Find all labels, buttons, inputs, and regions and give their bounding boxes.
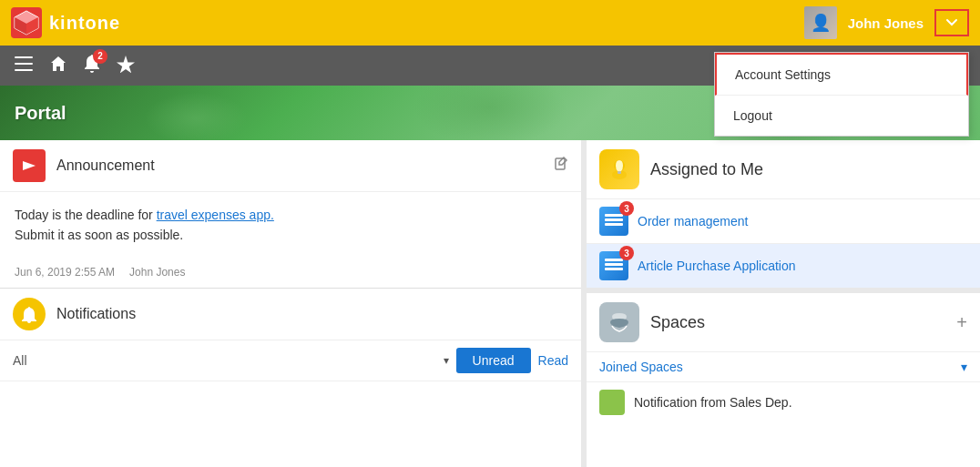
assigned-item-0-icon: 3 [599, 207, 628, 236]
user-menu-toggle[interactable] [934, 9, 969, 36]
home-icon[interactable] [49, 55, 67, 77]
joined-spaces-chevron-icon: ▾ [961, 360, 967, 374]
filter-all-option[interactable]: All [13, 353, 436, 368]
announcement-icon [13, 149, 46, 182]
assigned-icon [599, 149, 639, 189]
announcement-text: Today is the deadline for travel expense… [15, 205, 567, 225]
announcement-author: John Jones [129, 266, 185, 279]
svg-rect-7 [15, 69, 33, 71]
spaces-header: Spaces + [587, 293, 980, 352]
notifications-filter-bar: All ▾ Unread Read [0, 340, 581, 381]
kintone-logo-icon [11, 7, 42, 38]
assigned-header: Assigned to Me [587, 140, 980, 198]
chevron-down-icon [945, 16, 958, 29]
account-settings-item[interactable]: Account Settings [715, 53, 968, 96]
filter-unread-button[interactable]: Unread [456, 348, 531, 373]
header: kintone 👤 John Jones Account Settings Lo… [0, 0, 980, 46]
announcement-header: Announcement [0, 140, 581, 192]
user-dropdown-menu: Account Settings Logout [714, 52, 969, 137]
announcement-text-prefix: Today is the deadline for [15, 208, 157, 222]
joined-spaces-label: Joined Spaces [599, 360, 961, 374]
notifications-section: Notifications All ▾ Unread Read [0, 289, 581, 467]
assigned-item-0-badge: 3 [619, 201, 634, 216]
svg-rect-17 [605, 218, 623, 221]
logo-text: kintone [49, 13, 120, 34]
announcement-body: Today is the deadline for travel expense… [0, 192, 581, 259]
announcement-meta: Jun 6, 2019 2:55 AM John Jones [0, 259, 581, 288]
notification-count-badge: 2 [93, 49, 107, 64]
space-item-0-icon [599, 390, 625, 415]
svg-marker-10 [23, 161, 36, 170]
logout-item[interactable]: Logout [715, 96, 968, 136]
filter-read-button[interactable]: Read [538, 353, 568, 368]
avatar-image: 👤 [804, 6, 837, 39]
left-panel: Announcement Today is the deadline for t… [0, 140, 581, 467]
hamburger-menu-icon[interactable] [15, 56, 33, 76]
spaces-title: Spaces [650, 313, 956, 332]
user-name-label: John Jones [837, 15, 934, 31]
assigned-item-1-badge: 3 [619, 246, 634, 260]
user-area: 👤 John Jones Account Settings Logout [804, 6, 969, 39]
svg-rect-18 [605, 223, 623, 226]
svg-rect-6 [15, 63, 33, 65]
right-panel: Assigned to Me 3 Order management [581, 140, 980, 467]
assigned-title: Assigned to Me [650, 160, 763, 179]
notifications-header: Notifications [0, 289, 581, 340]
assigned-item-0[interactable]: 3 Order management [587, 198, 980, 243]
portal-title: Portal [15, 103, 66, 124]
assigned-item-0-label: Order management [638, 214, 748, 228]
spaces-icon [599, 302, 639, 342]
assigned-item-1-label: Article Purchase Application [638, 259, 796, 273]
announcement-title: Announcement [56, 157, 554, 174]
star-icon[interactable] [117, 55, 135, 77]
main-content: Announcement Today is the deadline for t… [0, 140, 980, 467]
assigned-to-me-section: Assigned to Me 3 Order management [587, 140, 980, 288]
announcement-date: Jun 6, 2019 2:55 AM [15, 266, 115, 279]
notifications-icon [13, 298, 46, 330]
space-item-0-label: Notification from Sales Dep. [634, 395, 792, 410]
announcement-section: Announcement Today is the deadline for t… [0, 140, 581, 289]
logo-area: kintone [11, 7, 804, 38]
notification-bell-icon[interactable]: 2 [84, 55, 100, 77]
svg-rect-15 [618, 171, 621, 174]
announcement-subtext: Submit it as soon as possible. [15, 225, 567, 245]
assigned-item-1[interactable]: 3 Article Purchase Application [587, 243, 980, 288]
svg-rect-21 [605, 268, 623, 270]
svg-rect-20 [605, 263, 623, 266]
spaces-add-button[interactable]: + [956, 312, 967, 333]
svg-rect-19 [605, 259, 623, 261]
svg-rect-16 [605, 214, 623, 217]
assigned-item-1-icon: 3 [599, 251, 628, 280]
joined-spaces-row[interactable]: Joined Spaces ▾ [587, 352, 980, 382]
announcement-link[interactable]: travel expenses app. [157, 208, 274, 222]
announcement-edit-icon[interactable] [554, 157, 568, 175]
svg-rect-5 [15, 56, 33, 58]
space-item-0[interactable]: Notification from Sales Dep. [587, 382, 980, 422]
filter-chevron-icon: ▾ [444, 354, 449, 367]
avatar: 👤 [804, 6, 837, 39]
spaces-section: Spaces + Joined Spaces ▾ Notification fr… [587, 293, 980, 467]
notifications-title: Notifications [56, 306, 136, 322]
